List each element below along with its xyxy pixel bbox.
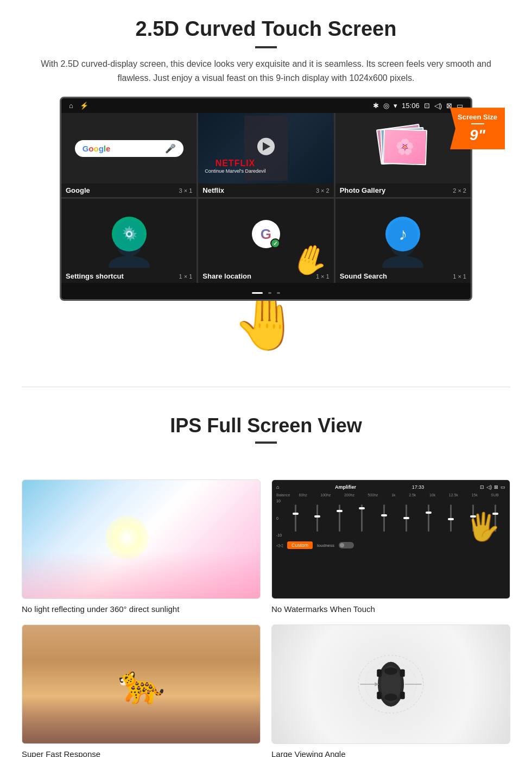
photo-stack: 🌸 xyxy=(376,124,430,173)
device-mockup: ⌂ ⚡ ✱ ◎ ▾ 15:06 ⊡ ◁) ⊠ ▭ xyxy=(60,97,472,301)
netflix-play-btn[interactable] xyxy=(257,138,275,155)
section2: IPS Full Screen View xyxy=(0,403,532,469)
loudness-toggle[interactable] xyxy=(339,542,354,548)
image-box-amplifier: ⌂ Amplifier 17:33 ⊡◁)⊠▭ Balance 60hz100h… xyxy=(271,480,510,599)
loudness-label: loudness xyxy=(317,543,334,548)
settings-app-size: 1 × 1 xyxy=(179,273,193,280)
home-icon: ⌂ xyxy=(69,102,73,110)
share-app-name: Share location xyxy=(202,272,251,280)
cheetah-visual: 🐆 xyxy=(22,625,260,743)
volume-icon: ◁) xyxy=(434,102,442,110)
app-cell-google[interactable]: Google 🎤 Google 3 × 1 xyxy=(61,113,197,197)
amp-title: Amplifier xyxy=(335,484,356,490)
caption-sunlight: No light reflecting under 360° direct su… xyxy=(22,604,261,614)
usb-icon: ⚡ xyxy=(80,102,88,110)
section1-title: 2.5D Curved Touch Screen xyxy=(33,17,499,41)
app-cell-settings[interactable]: 👤 xyxy=(61,199,197,283)
section2-title: IPS Full Screen View xyxy=(33,414,499,437)
svg-rect-10 xyxy=(400,670,405,677)
section1: 2.5D Curved Touch Screen With 2.5D curve… xyxy=(0,0,532,370)
settings-preview: 👤 xyxy=(61,199,197,269)
flower-emoji: 🌸 xyxy=(395,138,415,156)
car-svg xyxy=(347,652,434,717)
section-separator xyxy=(22,387,510,387)
gallery-app-size: 2 × 2 xyxy=(453,187,466,194)
amp-freq-labels: Balance 60hz100hz200hz500hz1k2.5k10k12.5… xyxy=(276,493,505,497)
gallery-label-bar: Photo Gallery 2 × 2 xyxy=(335,184,471,197)
image-item-cheetah: 🐆 Super Fast Response xyxy=(22,624,261,757)
svg-rect-12 xyxy=(400,692,405,699)
svg-rect-11 xyxy=(377,692,382,699)
sound-app-name: Sound Search xyxy=(340,272,387,280)
amp-icons: ⊡◁)⊠▭ xyxy=(480,484,505,490)
google-app-name: Google xyxy=(66,186,90,194)
google-search-bar: Google 🎤 xyxy=(75,140,183,157)
app-cell-gallery[interactable]: 🌸 Photo Gallery 2 × 2 xyxy=(335,113,471,197)
custom-btn[interactable]: Custom xyxy=(287,541,313,549)
image-box-cheetah: 🐆 xyxy=(22,624,261,744)
amplifier-visual: ⌂ Amplifier 17:33 ⊡◁)⊠▭ Balance 60hz100h… xyxy=(272,480,510,598)
sound-person-silhouette: 👤 xyxy=(376,218,430,269)
bluetooth-icon: ✱ xyxy=(373,102,379,110)
amp-time: 17:33 xyxy=(412,484,425,490)
mic-icon: 🎤 xyxy=(165,143,176,154)
google-app-size: 3 × 1 xyxy=(179,187,193,194)
section1-divider xyxy=(255,46,277,48)
app-cell-sound[interactable]: 👤 ♪ Sound Search 1 × 1 xyxy=(335,199,471,283)
screen-size-badge: Screen Size 9" xyxy=(450,108,505,149)
status-time: 15:06 xyxy=(402,102,420,110)
image-grid: No light reflecting under 360° direct su… xyxy=(0,469,532,757)
google-label-bar: Google 3 × 1 xyxy=(61,184,197,197)
caption-cheetah: Super Fast Response xyxy=(22,749,261,757)
section1-desc: With 2.5D curved-display screen, this de… xyxy=(33,57,499,85)
netflix-overlay: NETFLIX Continue Marvel's Daredevil xyxy=(205,159,265,174)
svg-rect-9 xyxy=(377,670,382,677)
photo-card-3: 🌸 xyxy=(383,129,427,166)
badge-label: Screen Size xyxy=(458,113,497,121)
netflix-app-size: 3 × 2 xyxy=(316,187,330,194)
device-screen: ⌂ ⚡ ✱ ◎ ▾ 15:06 ⊡ ◁) ⊠ ▭ xyxy=(60,97,472,301)
play-triangle xyxy=(263,142,270,151)
share-preview: G ✓ 🤚 xyxy=(198,199,333,269)
sound-preview: 👤 ♪ xyxy=(335,199,471,269)
netflix-preview: NETFLIX Continue Marvel's Daredevil xyxy=(198,113,333,184)
car-visual xyxy=(272,625,510,743)
app-cell-netflix[interactable]: NETFLIX Continue Marvel's Daredevil Netf… xyxy=(198,113,333,197)
svg-point-7 xyxy=(384,667,397,675)
caption-amplifier: No Watermarks When Touch xyxy=(271,604,510,614)
netflix-subtitle: Continue Marvel's Daredevil xyxy=(205,168,265,174)
badge-divider xyxy=(471,123,484,124)
status-bar: ⌂ ⚡ ✱ ◎ ▾ 15:06 ⊡ ◁) ⊠ ▭ xyxy=(61,98,471,113)
amp-y-axis: 100-10 xyxy=(276,499,282,537)
app-grid: Google 🎤 Google 3 × 1 xyxy=(61,113,471,283)
amp-bottom-controls: ◁◁ Custom loudness xyxy=(276,541,505,549)
image-box-car xyxy=(271,624,510,744)
netflix-app-name: Netflix xyxy=(202,186,224,194)
netflix-label-bar: Netflix 3 × 2 xyxy=(198,184,333,197)
google-logo: Google xyxy=(83,144,111,153)
section2-divider xyxy=(255,441,277,444)
image-box-sunlight xyxy=(22,480,261,599)
sunlight-visual xyxy=(22,480,260,598)
google-preview: Google 🎤 xyxy=(61,113,197,184)
wifi-icon: ▾ xyxy=(394,102,397,110)
location-icon: ◎ xyxy=(383,102,389,110)
amp-bars-container: 100-10 xyxy=(276,499,505,537)
amp-home-icon: ⌂ xyxy=(276,484,279,490)
image-item-amplifier: ⌂ Amplifier 17:33 ⊡◁)⊠▭ Balance 60hz100h… xyxy=(271,480,510,614)
amp-header: ⌂ Amplifier 17:33 ⊡◁)⊠▭ xyxy=(276,484,505,490)
sound-app-size: 1 × 1 xyxy=(453,273,466,280)
caption-car: Large Viewing Angle xyxy=(271,749,510,757)
badge-size: 9" xyxy=(458,127,497,144)
settings-app-name: Settings shortcut xyxy=(66,272,124,280)
sound-label-bar: Sound Search 1 × 1 xyxy=(335,269,471,283)
person-silhouette: 👤 xyxy=(102,218,156,269)
image-item-sunlight: No light reflecting under 360° direct su… xyxy=(22,480,261,614)
camera-icon: ⊡ xyxy=(424,102,430,110)
svg-point-8 xyxy=(384,693,397,701)
pagination-dots xyxy=(61,283,471,299)
app-cell-share[interactable]: G ✓ 🤚 Share location 1 × 1 xyxy=(198,199,333,283)
gallery-app-name: Photo Gallery xyxy=(340,186,386,194)
amp-hand-icon: 🖐 xyxy=(466,511,500,542)
netflix-logo: NETFLIX xyxy=(205,159,265,168)
